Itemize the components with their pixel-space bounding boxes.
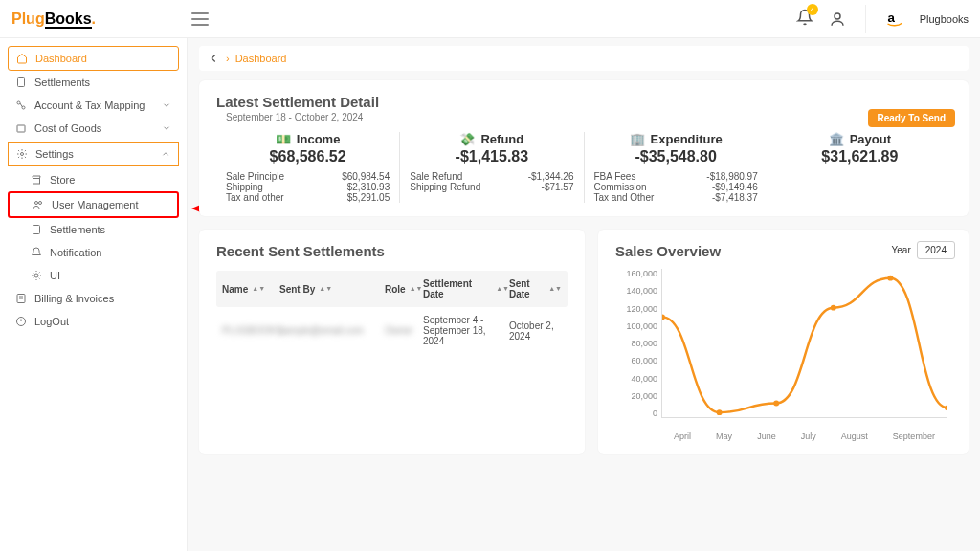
stat-expenditure: 🏢Expenditure -$35,548.80 FBA Fees-$18,98… — [584, 132, 768, 203]
bell-icon — [31, 247, 42, 258]
table-header: Name▲▼ Sent By▲▼ Role▲▼ Settlement Date▲… — [216, 271, 568, 307]
svg-point-17 — [717, 409, 723, 415]
col-sent-by[interactable]: Sent By▲▼ — [279, 278, 385, 299]
invoice-icon — [15, 293, 27, 304]
col-sent-date[interactable]: Sent Date▲▼ — [509, 278, 562, 299]
svg-point-6 — [21, 153, 24, 156]
sidebar-item-dashboard[interactable]: Dashboard — [8, 46, 179, 71]
stat-refund: 💸Refund -$1,415.83 Sale Refund-$1,344.26… — [399, 132, 583, 203]
money-icon: 💵 — [276, 132, 291, 146]
sidebar-item-store[interactable]: Store — [8, 168, 179, 191]
bank-icon: 🏛️ — [829, 132, 844, 146]
sidebar-item-logout[interactable]: LogOut — [8, 310, 179, 333]
map-icon — [15, 99, 27, 111]
sidebar-item-billing[interactable]: Billing & Invoices — [8, 287, 179, 310]
svg-rect-2 — [18, 78, 25, 87]
payout-value: $31,621.89 — [778, 148, 942, 165]
expense-icon: 🏢 — [630, 132, 645, 146]
sidebar-label: Settlements — [50, 224, 105, 235]
sidebar-label: Billing & Invoices — [34, 293, 114, 304]
x-axis: AprilMayJuneJulyAugustSeptember — [661, 431, 947, 441]
svg-rect-5 — [17, 125, 25, 132]
sidebar-label: Store — [50, 174, 75, 186]
sort-icon: ▲▼ — [548, 287, 562, 291]
sidebar-label: Settings — [35, 148, 74, 160]
card-title: Latest Settlement Detail — [216, 94, 951, 110]
sidebar-label: Account & Tax Mapping — [34, 99, 145, 111]
y-axis: 160,000140,000120,000100,00080,00060,000… — [615, 269, 657, 418]
settlement-card: Latest Settlement Detail September 18 - … — [199, 80, 969, 216]
sort-icon: ▲▼ — [252, 287, 265, 291]
sun-icon — [31, 270, 42, 281]
svg-point-11 — [34, 274, 38, 277]
income-value: $68,586.52 — [226, 148, 390, 165]
chevron-up-icon — [161, 149, 170, 159]
amazon-icon: a — [885, 10, 904, 29]
sidebar-item-settings[interactable]: Settings — [9, 143, 178, 165]
recent-settlements-card: Recent Sent Settlements Name▲▼ Sent By▲▼… — [199, 230, 585, 454]
sidebar-item-account-tax[interactable]: Account & Tax Mapping — [8, 94, 179, 117]
sidebar-item-settlements-sub[interactable]: Settlements — [8, 218, 179, 241]
store-icon — [31, 174, 42, 186]
chevron-down-icon — [162, 100, 171, 110]
people-icon — [33, 199, 44, 210]
gear-icon — [16, 148, 28, 160]
doc-icon — [31, 224, 42, 235]
refund-icon: 💸 — [459, 132, 475, 146]
back-icon[interactable] — [207, 52, 220, 65]
sidebar: Dashboard Settlements Account & Tax Mapp… — [0, 38, 188, 551]
col-settlement-date[interactable]: Settlement Date▲▼ — [423, 278, 509, 299]
expenditure-value: -$35,548.80 — [594, 148, 758, 165]
svg-point-3 — [17, 101, 20, 104]
sidebar-item-user-management[interactable]: User Management — [8, 191, 179, 218]
svg-point-8 — [35, 202, 38, 205]
integration-label[interactable]: Plugbooks — [920, 13, 969, 25]
logout-icon — [15, 316, 27, 327]
stat-payout: 🏛️Payout $31,621.89 — [768, 132, 951, 203]
menu-toggle-icon[interactable] — [191, 12, 209, 26]
refund-value: -$1,415.83 — [410, 148, 573, 165]
sidebar-label: UI — [50, 270, 60, 281]
svg-rect-7 — [33, 179, 40, 185]
svg-point-18 — [773, 401, 779, 407]
col-name[interactable]: Name▲▼ — [222, 278, 279, 299]
stat-income: 💵Income $68,586.52 Sale Principle$60,984… — [216, 132, 399, 203]
chevron-down-icon — [162, 123, 171, 133]
sidebar-item-cogs[interactable]: Cost of Goods — [8, 117, 179, 140]
logo[interactable]: PlugBooks. — [11, 11, 96, 28]
sidebar-item-ui[interactable]: UI — [8, 264, 179, 287]
date-range: September 18 - October 2, 2024 — [226, 112, 951, 122]
year-label: Year — [892, 245, 911, 255]
user-icon[interactable] — [829, 11, 846, 28]
sales-overview-card: Sales Overview Year 2024 160,000140,0001… — [598, 230, 969, 454]
svg-point-20 — [887, 276, 893, 281]
svg-point-21 — [945, 405, 947, 410]
topbar: PlugBooks. 4 a Plugbooks — [0, 0, 980, 38]
sort-icon: ▲▼ — [496, 287, 509, 291]
box-icon — [15, 122, 27, 134]
line-path — [662, 269, 947, 417]
col-role[interactable]: Role▲▼ — [385, 278, 423, 299]
sidebar-label: LogOut — [34, 316, 69, 327]
sales-chart: 160,000140,000120,000100,00080,00060,000… — [615, 269, 951, 441]
breadcrumb-current[interactable]: Dashboard — [235, 53, 287, 64]
svg-rect-10 — [33, 226, 40, 234]
svg-point-0 — [835, 13, 840, 19]
doc-icon — [15, 77, 27, 88]
table-row[interactable]: PLUGBOOKS sample@email.com Owner Septemb… — [216, 307, 568, 354]
logo-books: Books — [45, 11, 92, 29]
logo-plug: Plug — [11, 11, 45, 27]
notification-bell[interactable]: 4 — [796, 9, 813, 29]
home-icon — [16, 53, 28, 64]
sort-icon: ▲▼ — [410, 287, 423, 291]
main-content: › Dashboard Latest Settlement Detail Sep… — [188, 38, 980, 551]
sidebar-label: Notification — [50, 247, 101, 258]
svg-text:a: a — [887, 11, 895, 25]
notification-badge: 4 — [807, 4, 818, 15]
sidebar-item-notification[interactable]: Notification — [8, 241, 179, 264]
ready-to-send-button[interactable]: Ready To Send — [868, 109, 956, 127]
year-select[interactable]: 2024 — [917, 241, 955, 259]
svg-point-16 — [662, 314, 665, 320]
plot-area — [661, 269, 947, 418]
sidebar-item-settlements[interactable]: Settlements — [8, 71, 179, 94]
